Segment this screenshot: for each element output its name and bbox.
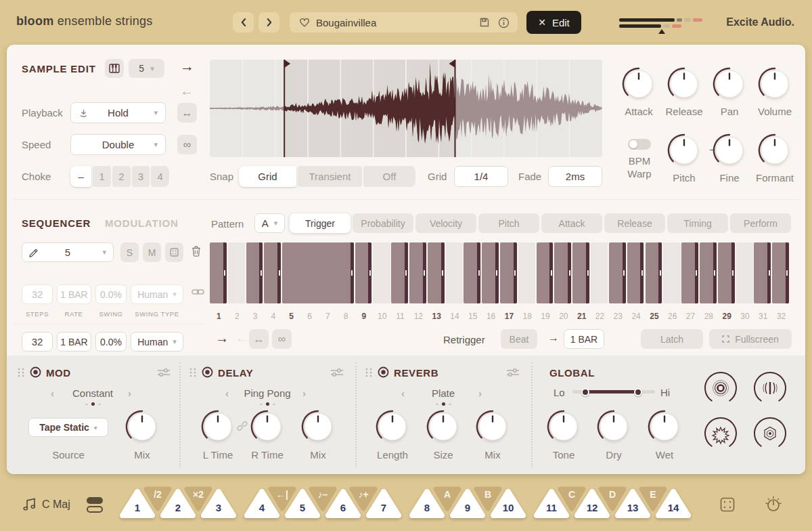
unlink-icon[interactable] (236, 420, 248, 432)
reverb-drag-handle[interactable] (365, 368, 375, 377)
delay-enable-radio[interactable] (202, 366, 213, 378)
favorite-icon[interactable] (299, 18, 310, 28)
sample-next-arrow[interactable]: → (180, 58, 194, 75)
snap-option-off[interactable]: Off (363, 166, 415, 187)
morph-texture-a[interactable] (702, 369, 740, 407)
step-block-32[interactable] (772, 242, 789, 303)
reverb-mix-knob[interactable] (474, 408, 512, 446)
mod-type-prev[interactable]: ‹ (51, 387, 59, 399)
attack-knob[interactable] (620, 65, 658, 103)
step-block-15[interactable] (464, 242, 480, 303)
mod-swing-field[interactable]: 0.0% (95, 284, 127, 304)
solo-button[interactable]: S (120, 242, 139, 262)
snap-option-grid[interactable]: Grid (239, 166, 296, 187)
seq-tab-velocity[interactable]: Velocity (415, 213, 476, 233)
mod-enable-radio[interactable] (30, 366, 41, 378)
step-cell-18[interactable] (518, 242, 535, 303)
delay-settings-icon[interactable] (330, 368, 344, 377)
retrigger-mode-button[interactable]: Beat (501, 329, 537, 349)
key-trigger-12[interactable]: 12 (574, 487, 610, 519)
key-trigger-4[interactable]: 4 (244, 487, 280, 519)
randomize-button[interactable] (165, 242, 183, 262)
snap-option-transient[interactable]: Transient (298, 166, 362, 187)
step-block-13[interactable] (428, 242, 445, 303)
step-block-21[interactable] (572, 242, 589, 303)
morph-texture-d[interactable] (751, 415, 789, 452)
step-block-27[interactable] (681, 242, 698, 303)
range-handle-hi[interactable] (634, 388, 642, 396)
step-cell-10[interactable] (373, 242, 390, 303)
morph-texture-b[interactable] (751, 369, 789, 407)
step-block-19[interactable] (537, 242, 554, 303)
key-trigger-9[interactable]: 9 (449, 487, 486, 519)
step-block-20[interactable] (554, 242, 571, 303)
mod-mix-knob[interactable] (123, 408, 161, 446)
reverb-size-knob[interactable] (424, 408, 462, 446)
seq-tab-pitch[interactable]: Pitch (478, 213, 539, 233)
link-button[interactable] (191, 288, 204, 296)
step-block-29[interactable] (718, 242, 735, 303)
step-block-24[interactable] (627, 242, 644, 303)
key-trigger-1[interactable]: 1 (119, 487, 156, 519)
morph-texture-c[interactable] (702, 415, 740, 452)
delay-ltime-knob[interactable] (199, 408, 237, 446)
retrigger-rate-field[interactable]: 1 BAR (564, 329, 604, 349)
reverb-settings-icon[interactable] (506, 368, 520, 377)
random-button[interactable] (720, 497, 735, 512)
seq-tab-probability[interactable]: Probability (353, 213, 413, 233)
step-block-3[interactable] (246, 242, 263, 303)
fullscreen-button[interactable]: Fullscreen (709, 329, 792, 349)
step-block-16[interactable] (482, 242, 499, 303)
preset-selector[interactable]: Bougainvillea (290, 12, 518, 33)
seq-tab-perform[interactable]: Perform (730, 213, 791, 233)
step-block-5[interactable] (282, 242, 353, 303)
key-trigger-13[interactable]: 13 (614, 487, 651, 519)
seq-tab-release[interactable]: Release (604, 213, 665, 233)
choke-option-3[interactable]: 3 (132, 166, 150, 187)
rate-field[interactable]: 1 BAR (57, 332, 91, 352)
global-tone-knob[interactable] (545, 408, 583, 446)
delay-drag-handle[interactable] (189, 368, 199, 377)
pitch-knob[interactable] (665, 131, 703, 169)
choke-option-2[interactable]: 2 (112, 166, 131, 187)
volume-knob[interactable] (756, 65, 794, 103)
playback-dropdown[interactable]: Hold ▾ (70, 102, 166, 123)
mod-swing-type-dropdown[interactable]: Human▾ (131, 284, 183, 304)
key-trigger-3[interactable]: 3 (200, 487, 237, 519)
delete-pattern-button[interactable] (191, 245, 202, 257)
loop-infinite-button[interactable]: ∞ (177, 135, 197, 154)
preset-forward-button[interactable] (258, 12, 279, 33)
delay-mode-next[interactable]: › (302, 387, 311, 399)
seq-tab-timing[interactable]: Timing (667, 213, 728, 233)
key-trigger-8[interactable]: 8 (409, 487, 445, 519)
sequencer-voice-dropdown[interactable]: 5 ▾ (22, 242, 114, 262)
step-block-12[interactable] (409, 242, 426, 303)
key-trigger-10[interactable]: 10 (490, 487, 526, 519)
timer-button[interactable] (763, 494, 784, 515)
delay-rtime-knob[interactable] (248, 408, 286, 446)
step-cell-26[interactable] (663, 242, 680, 303)
grid-value-field[interactable]: 1/4 (454, 166, 508, 187)
swing-field[interactable]: 0.0% (95, 332, 127, 352)
waveform-display[interactable] (210, 60, 602, 157)
bpm-warp-toggle[interactable] (628, 139, 651, 150)
key-trigger-14[interactable]: 14 (655, 487, 692, 519)
reverb-enable-radio[interactable] (378, 366, 389, 378)
step-block-31[interactable] (754, 242, 771, 303)
global-dry-knob[interactable] (595, 408, 633, 446)
release-knob[interactable] (665, 65, 703, 103)
choke-option-[interactable]: – (70, 166, 91, 187)
mod-settings-icon[interactable] (157, 368, 171, 377)
key-trigger-7[interactable]: 7 (365, 487, 402, 519)
step-block-17[interactable] (500, 242, 517, 303)
steps-field[interactable]: 32 (22, 332, 53, 352)
swing-type-dropdown[interactable]: Human▾ (131, 332, 183, 352)
range-handle-lo[interactable] (581, 388, 589, 396)
seq-tab-trigger[interactable]: Trigger (290, 213, 351, 233)
speed-dropdown[interactable]: Double ▾ (70, 134, 166, 155)
formant-knob[interactable] (756, 131, 794, 169)
step-block-28[interactable] (700, 242, 717, 303)
sample-prev-arrow[interactable]: ← (180, 83, 194, 99)
fine-knob[interactable] (710, 131, 748, 169)
global-wet-knob[interactable] (646, 408, 683, 446)
